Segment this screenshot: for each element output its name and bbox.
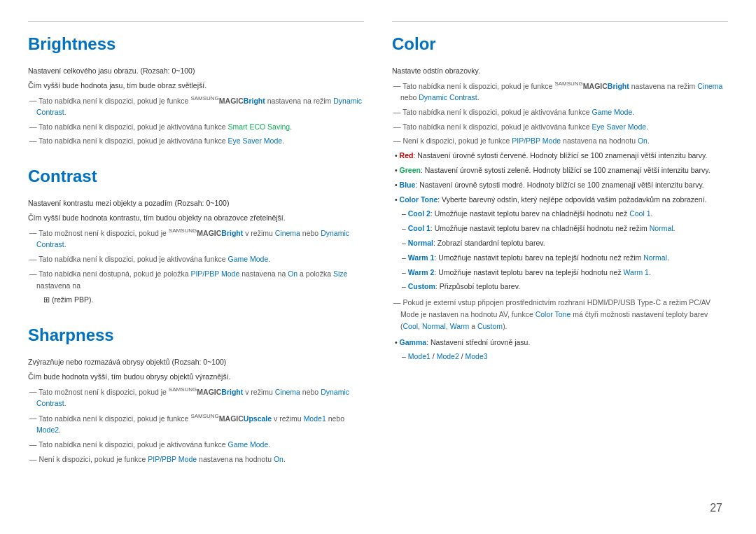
brightness-note3: Tato nabídka není k dispozici, pokud je … <box>28 135 364 147</box>
color-title: Color <box>392 34 728 54</box>
contrast-note1: Tato možnost není k dispozici, pokud je … <box>28 227 364 251</box>
color-bullet-colortone: Color Tone: Vyberte barevný odstín, kter… <box>392 194 728 206</box>
sharpness-desc1: Zvýrazňuje nebo rozmazává obrysy objektů… <box>28 356 364 368</box>
color-sub-warm1: Warm 1: Umožňuje nastavit teplotu barev … <box>392 252 728 264</box>
color-sub-normal: Normal: Zobrazí standardní teplotu barev… <box>392 237 728 249</box>
sharpness-section: Sharpness Zvýrazňuje nebo rozmazává obry… <box>28 325 364 465</box>
color-note4: Není k dispozici, pokud je funkce PIP/PB… <box>392 135 728 147</box>
color-bullet-red: Red: Nastavení úrovně sytosti červené. H… <box>392 150 728 162</box>
color-section: Color Nastavte odstín obrazovky. Tato na… <box>392 34 728 363</box>
brightness-section: Brightness Nastavení celkového jasu obra… <box>28 34 364 147</box>
sharpness-note4: Není k dispozici, pokud je funkce PIP/PB… <box>28 454 364 465</box>
color-note3: Tato nabídka není k dispozici, pokud je … <box>392 121 728 133</box>
color-sub-cool2: Cool 2: Umožňuje nastavit teplotu barev … <box>392 208 728 220</box>
color-bullet-gamma: Gamma: Nastavení střední úrovně jasu. <box>392 337 728 349</box>
contrast-section: Contrast Nastavení kontrastu mezi objekt… <box>28 167 364 306</box>
contrast-note2: Tato nabídka není k dispozici, pokud je … <box>28 253 364 265</box>
contrast-title: Contrast <box>28 167 364 186</box>
brightness-desc2: Čím vyšší bude hodnota jasu, tím bude ob… <box>28 80 364 92</box>
color-intro: Nastavte odstín obrazovky. <box>392 65 728 77</box>
color-note2: Tato nabídka není k dispozici, pokud je … <box>392 106 728 118</box>
color-note1: Tato nabídka není k dispozici, pokud je … <box>392 80 728 104</box>
contrast-desc2: Čím vyšší bude hodnota kontrastu, tím bu… <box>28 212 364 224</box>
sharpness-desc2: Čím bude hodnota vyšší, tím budou obrysy… <box>28 371 364 383</box>
color-body: Nastavte odstín obrazovky. Tato nabídka … <box>392 65 728 363</box>
brightness-note2: Tato nabídka není k dispozici, pokud je … <box>28 121 364 133</box>
contrast-note3b: ⊞ (režim PBP). <box>28 294 364 306</box>
two-column-layout: Brightness Nastavení celkového jasu obra… <box>28 21 728 485</box>
brightness-title: Brightness <box>28 34 364 54</box>
contrast-desc1: Nastavení kontrastu mezi objekty a pozad… <box>28 197 364 209</box>
page-container: Brightness Nastavení celkového jasu obra… <box>28 21 728 485</box>
color-sub-cool1: Cool 1: Umožňuje nastavit teplotu barev … <box>392 223 728 234</box>
contrast-body: Nastavení kontrastu mezi objekty a pozad… <box>28 197 364 306</box>
color-sub-warm2: Warm 2: Umožňuje nastavit teplotu barev … <box>392 267 728 279</box>
right-column: Color Nastavte odstín obrazovky. Tato na… <box>392 21 728 485</box>
sharpness-title: Sharpness <box>28 325 364 345</box>
color-sub-custom: Custom: Přizpůsobí teplotu barev. <box>392 281 728 293</box>
sharpness-note3: Tato nabídka není k dispozici, pokud je … <box>28 439 364 451</box>
color-bullet-green: Green: Nastavení úrovně sytosti zeleně. … <box>392 164 728 176</box>
sharpness-note2: Tato nabídka není k dispozici, pokud je … <box>28 412 364 436</box>
color-bullet-blue: Blue: Nastavení úrovně sytosti modré. Ho… <box>392 179 728 191</box>
top-divider-right <box>392 21 728 22</box>
brightness-note1: Tato nabídka není k dispozici, pokud je … <box>28 94 364 118</box>
page-number: 27 <box>710 502 722 514</box>
top-divider-left <box>28 21 364 22</box>
left-column: Brightness Nastavení celkového jasu obra… <box>28 21 364 485</box>
brightness-desc1: Nastavení celkového jasu obrazu. (Rozsah… <box>28 65 364 77</box>
color-extra-note: Pokud je externí vstup připojen prostřed… <box>392 297 728 332</box>
contrast-note3: Tato nabídka není dostupná, pokud je pol… <box>28 268 364 292</box>
brightness-body: Nastavení celkového jasu obrazu. (Rozsah… <box>28 65 364 147</box>
sharpness-note1: Tato možnost není k dispozici, pokud je … <box>28 386 364 409</box>
sharpness-body: Zvýrazňuje nebo rozmazává obrysy objektů… <box>28 356 364 465</box>
color-sub-modes: Mode1 / Mode2 / Mode3 <box>392 351 728 363</box>
